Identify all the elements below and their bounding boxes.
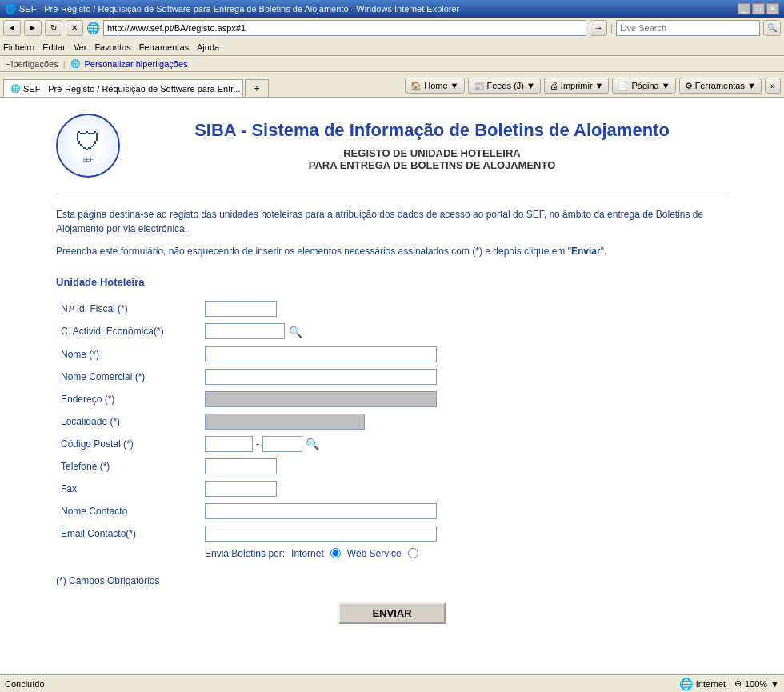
field-nome-contacto: Nome Contacto — [56, 500, 728, 522]
title-bar: 🌐 SEF - Pré-Registo / Requisição de Soft… — [0, 0, 784, 18]
menu-ver[interactable]: Ver — [74, 42, 87, 52]
links-separator: | — [63, 59, 66, 69]
more-button[interactable]: » — [765, 78, 781, 94]
ie-icon: 🌐 — [5, 4, 16, 14]
page-content: 🛡 SEF SIBA - Sistema de Informação de Bo… — [24, 98, 760, 640]
radio-internet-label: Internet — [291, 548, 324, 559]
ferramentas-button[interactable]: ⚙ Ferramentas ▼ — [679, 78, 762, 94]
input-endereco[interactable] — [205, 391, 437, 407]
forward-button[interactable]: ► — [24, 20, 42, 36]
field-endereco: Endereço (*) — [56, 388, 728, 410]
field-telefone: Telefone (*) — [56, 455, 728, 478]
search-postal-icon[interactable]: 🔍 — [304, 436, 320, 452]
window-title: SEF - Pré-Registo / Requisição de Softwa… — [19, 4, 459, 14]
input-fax[interactable] — [205, 481, 277, 497]
go-button[interactable]: → — [590, 20, 607, 36]
back-button[interactable]: ◄ — [3, 20, 21, 36]
subtitle-line1: REGISTO DE UNIDADE HOTELEIRA — [136, 147, 728, 159]
instruction-before: Preencha este formulário, não esquecendo… — [56, 246, 571, 257]
minimize-button[interactable]: _ — [738, 3, 750, 14]
maximize-button[interactable]: □ — [752, 3, 765, 14]
feeds-button[interactable]: 📰 Feeds (J) ▼ — [468, 78, 541, 94]
ie-small-icon: 🌐 — [70, 59, 80, 68]
input-telefone[interactable] — [205, 458, 277, 474]
active-tab[interactable]: 🌐 SEF - Pré-Registo / Requisição de Soft… — [3, 79, 243, 97]
input-nome-contacto[interactable] — [205, 503, 437, 519]
label-endereco: Endereço (*) — [56, 388, 200, 410]
radio-internet[interactable] — [330, 548, 341, 558]
instruction-after: ". — [601, 246, 607, 257]
field-localidade: Localidade (*) — [56, 410, 728, 433]
envia-boletins-group: Envia Boletins por: Internet Web Service — [205, 548, 723, 559]
address-bar: ◄ ► ↻ ✕ 🌐 → | 🔍 — [0, 18, 784, 38]
title-section: SIBA - Sistema de Informação de Boletins… — [136, 120, 728, 171]
instruction-bold: Enviar — [571, 246, 601, 257]
home-button[interactable]: 🏠 Home ▼ — [405, 78, 464, 94]
divider-1 — [56, 194, 728, 194]
search-actividade-icon[interactable]: 🔍 — [287, 324, 303, 340]
menu-editar[interactable]: Editar — [42, 42, 66, 52]
label-actividade-economica: C. Activid. Económica(*) — [56, 320, 200, 343]
postal-group: - 🔍 — [205, 436, 723, 452]
field-id-fiscal: N.º Id. Fiscal (*) — [56, 298, 728, 320]
input-actividade-economica[interactable] — [205, 323, 285, 339]
label-nome: Nome (*) — [56, 343, 200, 366]
field-email-contacto: Email Contacto(*) — [56, 522, 728, 545]
page-description: Esta página destina-se ao registo das un… — [56, 207, 728, 236]
label-envia-boletins — [56, 545, 200, 562]
field-codigo-postal: Código Postal (*) - 🔍 — [56, 433, 728, 455]
separator: | — [610, 22, 613, 34]
field-nome-comercial: Nome Comercial (*) — [56, 366, 728, 388]
input-postal-prefix[interactable] — [205, 436, 253, 452]
required-note: (*) Campos Obrigatórios — [56, 575, 728, 586]
input-postal-suffix[interactable] — [262, 436, 302, 452]
personalizar-link[interactable]: Personalizar hiperligações — [85, 59, 188, 69]
sef-logo: 🛡 SEF — [56, 114, 120, 178]
new-tab-button[interactable]: + — [245, 79, 269, 97]
envia-boletins-label: Envia Boletins por: — [205, 548, 285, 559]
label-fax: Fax — [56, 478, 200, 500]
input-id-fiscal[interactable] — [205, 301, 277, 317]
enviar-button[interactable]: ENVIAR — [338, 602, 445, 624]
label-nome-contacto: Nome Contacto — [56, 500, 200, 522]
field-fax: Fax — [56, 478, 728, 500]
search-go-button[interactable]: 🔍 — [763, 20, 781, 36]
field-envia-boletins: Envia Boletins por: Internet Web Service — [56, 545, 728, 562]
label-id-fiscal: N.º Id. Fiscal (*) — [56, 298, 200, 320]
search-input[interactable] — [616, 20, 760, 36]
label-nome-comercial: Nome Comercial (*) — [56, 366, 200, 388]
input-nome[interactable] — [205, 346, 437, 362]
main-title: SIBA - Sistema de Informação de Boletins… — [136, 120, 728, 141]
links-label: Hiperligações — [5, 59, 58, 69]
label-email-contacto: Email Contacto(*) — [56, 522, 200, 545]
enviar-section: ENVIAR — [56, 602, 728, 624]
input-nome-comercial[interactable] — [205, 369, 437, 385]
menu-favoritos[interactable]: Favoritos — [94, 42, 130, 52]
page-icon: 🌐 — [86, 22, 100, 34]
subtitle-line2: PARA ENTREGA DE BOLETINS DE ALOJAMENTO — [136, 159, 728, 171]
refresh-button[interactable]: ↻ — [45, 20, 62, 36]
menu-ferramentas[interactable]: Ferramentas — [139, 42, 189, 52]
tab-icon: 🌐 — [10, 84, 20, 93]
input-email-contacto[interactable] — [205, 526, 437, 542]
input-localidade[interactable] — [205, 414, 365, 430]
menu-bar: Ficheiro Editar Ver Favoritos Ferramenta… — [0, 38, 784, 56]
label-codigo-postal: Código Postal (*) — [56, 433, 200, 455]
menu-ficheiro[interactable]: Ficheiro — [3, 42, 34, 52]
menu-ajuda[interactable]: Ajuda — [197, 42, 219, 52]
form-section-title: Unidade Hoteleira — [56, 276, 728, 288]
page-button[interactable]: 📄 Página ▼ — [612, 78, 675, 94]
header-section: 🛡 SEF SIBA - Sistema de Informação de Bo… — [56, 114, 728, 178]
tab-bar: 🌐 SEF - Pré-Registo / Requisição de Soft… — [0, 72, 784, 98]
content-area: 🛡 SEF SIBA - Sistema de Informação de Bo… — [0, 98, 784, 658]
address-input[interactable] — [103, 20, 586, 36]
label-telefone: Telefone (*) — [56, 455, 200, 478]
stop-button[interactable]: ✕ — [66, 20, 83, 36]
close-button[interactable]: ✕ — [766, 3, 779, 14]
links-bar: Hiperligações | 🌐 Personalizar hiperliga… — [0, 56, 784, 72]
field-actividade-economica: C. Activid. Económica(*) 🔍 — [56, 320, 728, 343]
radio-webservice[interactable] — [408, 548, 418, 558]
radio-webservice-label: Web Service — [347, 548, 402, 559]
print-button[interactable]: 🖨 Imprimir ▼ — [544, 78, 610, 94]
form-table: N.º Id. Fiscal (*) C. Activid. Económica… — [56, 298, 728, 562]
